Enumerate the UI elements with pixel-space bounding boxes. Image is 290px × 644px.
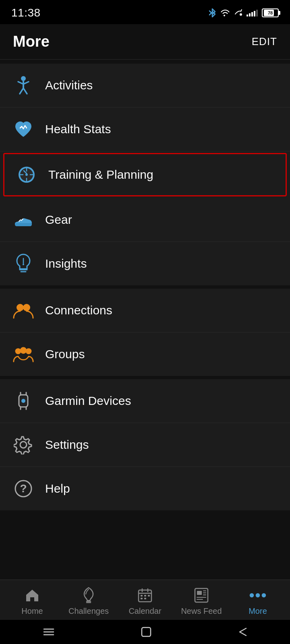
- settings-label: Settings: [45, 438, 89, 452]
- svg-rect-39: [148, 595, 150, 597]
- svg-point-30: [21, 399, 25, 403]
- nav-calendar-label: Calendar: [128, 607, 161, 616]
- bluetooth-icon: [209, 8, 216, 18]
- section-social: Connections Groups: [0, 289, 290, 376]
- system-nav-back[interactable]: [43, 627, 54, 636]
- more-dots-icon: [249, 586, 267, 604]
- svg-line-5: [20, 88, 23, 94]
- menu-item-training-planning[interactable]: Training & Planning: [3, 153, 287, 196]
- training-icon: [16, 164, 37, 185]
- svg-text:?: ?: [20, 482, 27, 495]
- svg-point-18: [23, 264, 24, 265]
- insights-label: Insights: [45, 257, 87, 270]
- svg-rect-40: [141, 598, 143, 599]
- svg-rect-41: [144, 598, 146, 599]
- menu-item-garmin-devices[interactable]: Garmin Devices: [0, 379, 290, 423]
- system-nav-home[interactable]: [141, 627, 151, 637]
- menu-item-health-stats[interactable]: Health Stats: [0, 107, 290, 151]
- groups-icon: [13, 344, 34, 365]
- phone-signal-icon: [234, 9, 242, 17]
- svg-point-23: [26, 348, 32, 354]
- svg-point-49: [250, 593, 254, 598]
- health-stats-label: Health Stats: [45, 122, 111, 136]
- svg-line-6: [23, 88, 27, 94]
- nav-item-challenges[interactable]: Challenges: [60, 586, 117, 616]
- edit-button[interactable]: EDIT: [252, 35, 277, 48]
- status-bar: 11:38: [0, 0, 290, 24]
- help-label: Help: [45, 482, 70, 495]
- nav-home-label: Home: [21, 607, 43, 616]
- header: More EDIT: [0, 24, 290, 60]
- menu-item-activities[interactable]: Activities: [0, 64, 290, 107]
- health-stats-icon: [13, 119, 34, 140]
- bottom-nav: Home Challenges: [0, 580, 290, 620]
- system-nav-recent[interactable]: [238, 627, 247, 637]
- svg-point-50: [256, 593, 260, 598]
- nav-item-home[interactable]: Home: [4, 586, 60, 616]
- menu-item-settings[interactable]: Settings: [0, 423, 290, 467]
- garmin-devices-label: Garmin Devices: [45, 394, 131, 408]
- activities-label: Activities: [45, 78, 93, 92]
- signal-bars: [246, 9, 258, 17]
- insights-icon: [13, 253, 34, 274]
- connections-label: Connections: [45, 303, 112, 317]
- battery-icon: 78: [262, 8, 279, 17]
- svg-point-20: [23, 304, 30, 311]
- menu-item-groups[interactable]: Groups: [0, 332, 290, 376]
- gear-label: Gear: [45, 213, 72, 227]
- menu-item-connections[interactable]: Connections: [0, 289, 290, 332]
- status-icons: 78: [209, 8, 279, 18]
- svg-point-51: [262, 593, 266, 598]
- menu-item-help[interactable]: ? Help: [0, 467, 290, 510]
- watch-icon: [13, 390, 34, 411]
- nav-item-more[interactable]: More: [230, 586, 286, 616]
- svg-rect-38: [144, 595, 146, 597]
- home-icon: [23, 586, 41, 604]
- groups-label: Groups: [45, 347, 85, 361]
- wifi-icon: [220, 9, 230, 17]
- training-planning-label: Training & Planning: [48, 168, 153, 182]
- svg-rect-37: [141, 595, 143, 597]
- menu-item-insights[interactable]: Insights: [0, 242, 290, 285]
- svg-rect-55: [142, 627, 151, 636]
- svg-rect-43: [197, 591, 202, 595]
- status-time: 11:38: [11, 6, 41, 19]
- menu-item-gear[interactable]: Gear: [0, 198, 290, 242]
- svg-point-19: [17, 304, 24, 311]
- activities-icon: [13, 75, 34, 96]
- settings-icon: [13, 434, 34, 455]
- news-feed-icon: [193, 586, 210, 604]
- challenges-icon: [80, 586, 97, 604]
- section-device: Garmin Devices Settings ? Help: [0, 379, 290, 510]
- connections-icon: [13, 300, 34, 321]
- svg-point-0: [240, 13, 242, 16]
- nav-challenges-label: Challenges: [68, 607, 109, 616]
- nav-news-feed-label: News Feed: [181, 607, 222, 616]
- section-main: Activities Health Stats T: [0, 64, 290, 285]
- nav-item-calendar[interactable]: Calendar: [117, 586, 173, 616]
- gear-shoe-icon: [13, 209, 34, 230]
- page-title: More: [13, 33, 50, 50]
- nav-more-label: More: [249, 607, 267, 616]
- calendar-icon: [136, 586, 154, 604]
- help-icon: ?: [13, 478, 34, 499]
- system-nav-bar: [0, 620, 290, 644]
- nav-item-news-feed[interactable]: News Feed: [173, 586, 230, 616]
